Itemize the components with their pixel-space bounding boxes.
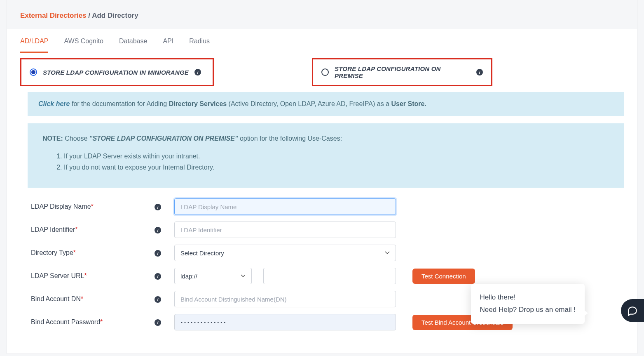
tab-aws-cognito[interactable]: AWS Cognito <box>64 29 103 53</box>
info-icon[interactable]: i <box>155 204 161 210</box>
label-bind-dn: Bind Account DN* <box>31 295 155 303</box>
bind-dn-input[interactable] <box>174 291 396 307</box>
doc-link[interactable]: Click here <box>38 100 70 107</box>
tabs-bar: AD/LDAP AWS Cognito Database API Radius <box>7 29 637 53</box>
label-identifier: LDAP Identifier* <box>31 226 155 233</box>
chat-popup[interactable]: Hello there! Need Help? Drop us an email… <box>471 284 585 324</box>
chat-line-2: Need Help? Drop us an email ! <box>480 304 576 316</box>
info-icon[interactable]: i <box>155 227 161 233</box>
breadcrumb-separator: / <box>87 12 92 19</box>
note-item-1: If your LDAP Server exists within your i… <box>64 151 609 162</box>
bind-password-input[interactable] <box>174 314 396 330</box>
tab-ad-ldap[interactable]: AD/LDAP <box>20 29 48 53</box>
ldap-identifier-input[interactable] <box>174 222 396 238</box>
radio-store-premise[interactable] <box>321 68 329 76</box>
chat-line-1: Hello there! <box>480 291 576 304</box>
note-item-2: If you do not want to expose your Intern… <box>64 162 609 173</box>
label-bind-password: Bind Account Password* <box>31 318 155 326</box>
info-icon[interactable]: i <box>155 273 161 280</box>
label-directory-type: Directory Type* <box>31 249 155 257</box>
breadcrumb-current: Add Directory <box>92 12 138 19</box>
test-connection-button[interactable]: Test Connection <box>412 269 475 284</box>
directory-type-select[interactable]: Select Directory <box>174 245 396 261</box>
ldap-host-input[interactable] <box>263 268 396 284</box>
radio-store-premise-box[interactable]: STORE LDAP CONFIGURATION ON PREMISE i <box>312 58 492 86</box>
ldap-scheme-select[interactable]: ldap:// <box>174 268 252 284</box>
radio-miniorange-label: STORE LDAP CONFIGURATION IN MINIORANGE <box>43 69 189 76</box>
radio-store-miniorange-box[interactable]: STORE LDAP CONFIGURATION IN MINIORANGE i <box>20 58 214 86</box>
breadcrumb: External Directories / Add Directory <box>20 12 624 20</box>
tab-api[interactable]: API <box>163 29 173 53</box>
breadcrumb-link[interactable]: External Directories <box>20 12 87 19</box>
label-server-url: LDAP Server URL* <box>31 272 155 280</box>
info-icon[interactable]: i <box>194 69 201 75</box>
doc-banner: Click here for the documentation for Add… <box>28 92 624 116</box>
page-header: External Directories / Add Directory <box>7 0 637 29</box>
tab-database[interactable]: Database <box>119 29 148 53</box>
radio-store-miniorange[interactable] <box>30 68 37 76</box>
info-icon[interactable]: i <box>476 69 483 75</box>
radio-premise-label: STORE LDAP CONFIGURATION ON PREMISE <box>335 65 471 79</box>
info-icon[interactable]: i <box>155 296 161 303</box>
chat-bubble-icon[interactable] <box>621 299 644 322</box>
ldap-display-name-input[interactable] <box>174 198 396 215</box>
info-icon[interactable]: i <box>155 319 161 326</box>
info-icon[interactable]: i <box>155 250 161 257</box>
note-box: NOTE: Choose "STORE LDAP CONFIGURATION O… <box>28 123 624 188</box>
tab-radius[interactable]: Radius <box>189 29 210 53</box>
label-display-name: LDAP Display Name* <box>31 203 155 210</box>
